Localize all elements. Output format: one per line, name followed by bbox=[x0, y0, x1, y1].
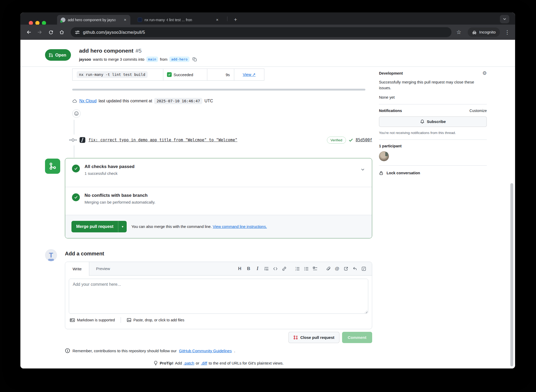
browser-window: add hero component by jayso ✕ nx run-man… bbox=[20, 13, 515, 368]
current-user-avatar[interactable]: HT bbox=[45, 249, 57, 261]
tab-pull-request[interactable]: add hero component by jayso ✕ bbox=[57, 15, 130, 25]
check-success-icon bbox=[167, 72, 172, 77]
markdown-icon bbox=[70, 318, 75, 322]
commit-sha-link[interactable]: 85d500f bbox=[356, 138, 372, 142]
cli-instructions-link[interactable]: View command line instructions. bbox=[213, 225, 267, 229]
reply-icon[interactable] bbox=[350, 264, 359, 273]
comment-input[interactable] bbox=[69, 279, 368, 314]
close-pr-label: Close pull request bbox=[300, 335, 334, 340]
cli-merge-text: You can also merge this with the command… bbox=[131, 225, 212, 229]
table-scrollbar[interactable] bbox=[72, 89, 365, 91]
mention-icon[interactable]: @ bbox=[333, 264, 342, 273]
bell-icon bbox=[420, 119, 425, 124]
incognito-label: Incognito bbox=[479, 30, 496, 35]
back-button[interactable] bbox=[24, 27, 34, 37]
nx-favicon bbox=[138, 18, 142, 22]
reload-button[interactable] bbox=[46, 27, 55, 37]
lock-conversation-button[interactable]: Lock conversation bbox=[379, 171, 487, 175]
code-icon[interactable] bbox=[271, 264, 280, 273]
customize-link[interactable]: Customize bbox=[470, 109, 487, 113]
bookmark-button[interactable]: ☆ bbox=[454, 27, 464, 37]
heading-icon[interactable]: H bbox=[235, 264, 244, 273]
commit-author-avatar[interactable] bbox=[80, 137, 85, 143]
tab-ci-run[interactable]: nx run-many -t lint test ... fron ✕ bbox=[133, 15, 222, 25]
link-icon[interactable] bbox=[280, 264, 289, 273]
gear-icon[interactable]: ⚙ bbox=[482, 71, 487, 76]
copy-icon[interactable] bbox=[192, 57, 197, 62]
pr-number: #5 bbox=[136, 48, 142, 54]
no-conflicts-title: No conflicts with base branch bbox=[85, 193, 155, 198]
development-text: Successfully merging this pull request m… bbox=[379, 79, 487, 91]
forward-button[interactable] bbox=[35, 27, 44, 37]
commit-message-link[interactable]: fix: correct typo in demo app title from… bbox=[88, 138, 237, 142]
add-reaction-button[interactable] bbox=[72, 109, 81, 118]
tab-strip: add hero component by jayso ✕ nx run-man… bbox=[20, 13, 515, 25]
participant-avatar[interactable] bbox=[379, 151, 389, 161]
protip-label: ProTip! bbox=[160, 361, 173, 365]
svg-text:1: 1 bbox=[295, 266, 296, 268]
cross-reference-icon[interactable] bbox=[342, 264, 350, 273]
arrow-ne-icon: ↗ bbox=[252, 72, 256, 77]
attach-files-note[interactable]: Paste, drop, or click to add files bbox=[127, 318, 185, 322]
svg-text:2: 2 bbox=[295, 269, 296, 271]
page-scrollbar[interactable] bbox=[510, 183, 513, 366]
head-branch-chip[interactable]: add-hero bbox=[169, 57, 189, 62]
tab-close-icon[interactable]: ✕ bbox=[215, 17, 220, 23]
home-button[interactable] bbox=[57, 27, 66, 37]
bot-text: last updated this comment at bbox=[99, 99, 152, 103]
sidebar-divider bbox=[379, 165, 487, 166]
italic-icon[interactable]: I bbox=[253, 264, 262, 273]
tab-preview[interactable]: Preview bbox=[89, 266, 117, 271]
tab-close-icon[interactable]: ✕ bbox=[122, 17, 128, 23]
diff-link[interactable]: .diff bbox=[201, 361, 207, 365]
check-view-cell: View ↗ bbox=[234, 69, 264, 80]
merge-pull-request-button[interactable]: Merge pull request ▾ bbox=[71, 221, 127, 232]
git-merge-icon bbox=[45, 159, 60, 174]
checks-passed-title: All checks have passed bbox=[85, 164, 135, 169]
success-check-icon bbox=[72, 193, 80, 201]
git-pull-request-icon bbox=[49, 53, 53, 57]
close-pull-request-button[interactable]: Close pull request bbox=[288, 332, 339, 343]
subscribe-button[interactable]: Subscribe bbox=[379, 116, 487, 127]
participants-heading: 1 participant bbox=[379, 144, 487, 148]
paperclip-icon[interactable] bbox=[324, 264, 333, 273]
overflow-menu-icon[interactable]: ⋮ bbox=[503, 29, 511, 35]
sidebar-divider bbox=[379, 139, 487, 140]
lock-conversation-label: Lock conversation bbox=[387, 171, 420, 175]
view-check-link[interactable]: View ↗ bbox=[243, 72, 256, 77]
check-icon bbox=[349, 138, 353, 142]
markdown-supported-note[interactable]: Markdown is supported bbox=[70, 318, 115, 322]
merge-options-caret[interactable]: ▾ bbox=[118, 221, 127, 232]
protip-note: ProTip! Add .patch or .diff to the end o… bbox=[65, 361, 372, 365]
slash-command-icon[interactable] bbox=[359, 264, 368, 273]
tab-search-button[interactable] bbox=[500, 15, 509, 23]
pr-author[interactable]: jaysoo bbox=[79, 57, 91, 61]
check-duration-cell: 9s bbox=[207, 69, 234, 80]
check-command: nx run-many -t lint test build bbox=[77, 71, 148, 78]
forward-icon bbox=[37, 30, 42, 35]
back-icon bbox=[26, 30, 31, 35]
new-tab-button[interactable]: + bbox=[231, 15, 240, 24]
checks-passed-section[interactable]: All checks have passed 1 successful chec… bbox=[65, 158, 372, 187]
patch-link[interactable]: .patch bbox=[183, 361, 194, 365]
verified-badge[interactable]: Verified bbox=[327, 137, 346, 144]
community-guidelines-link[interactable]: GitHub Community Guidelines bbox=[179, 349, 232, 353]
address-bar[interactable]: github.com/jaysoo3/acme/pull/5 bbox=[71, 27, 451, 37]
comment-editor: Write Preview H B I bbox=[65, 262, 372, 329]
url-text: github.com/jaysoo3/acme/pull/5 bbox=[83, 30, 145, 35]
quote-icon[interactable] bbox=[262, 264, 271, 273]
tasklist-icon[interactable] bbox=[311, 264, 320, 273]
git-commit-icon bbox=[69, 138, 77, 142]
bot-name-link[interactable]: Nx Cloud bbox=[79, 99, 97, 103]
tab-write[interactable]: Write bbox=[65, 262, 89, 276]
image-icon bbox=[127, 318, 131, 322]
guidelines-note: Remember, contributions to this reposito… bbox=[65, 348, 235, 353]
comment-submit-button[interactable]: Comment bbox=[342, 332, 372, 343]
bold-icon[interactable]: B bbox=[244, 264, 253, 273]
pr-state-label: Open bbox=[55, 53, 66, 58]
base-branch-chip[interactable]: main bbox=[146, 57, 158, 62]
chevron-down-icon[interactable] bbox=[360, 167, 365, 172]
subscribe-label: Subscribe bbox=[427, 119, 446, 124]
unordered-list-icon[interactable] bbox=[302, 264, 311, 273]
ordered-list-icon[interactable]: 12 bbox=[293, 264, 302, 273]
